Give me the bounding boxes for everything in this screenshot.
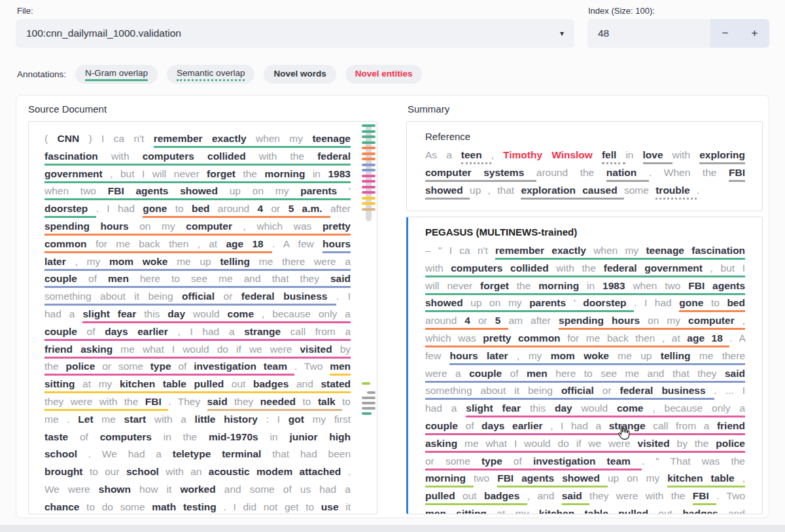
- token: I: [190, 326, 192, 337]
- annotated-span[interactable]: teen: [461, 149, 491, 164]
- token: for: [567, 332, 579, 344]
- annotated-span[interactable]: morning: [425, 472, 474, 488]
- token: being: [528, 385, 553, 396]
- annotated-span[interactable]: some: [624, 185, 655, 198]
- annotated-span[interactable]: . When the: [649, 167, 729, 180]
- token: type: [150, 361, 171, 372]
- annotated-span[interactable]: nation: [606, 167, 649, 182]
- token: of: [88, 273, 97, 284]
- annotated-span[interactable]: . Two: [294, 361, 330, 374]
- annotated-span[interactable]: men sitting at my kitchen table pulled o…: [425, 508, 745, 514]
- token: start: [124, 414, 147, 425]
- chip-novel-entities-label: Novel entities: [355, 69, 413, 80]
- annotated-span[interactable]: FBI: [693, 490, 716, 505]
- annotated-span[interactable]: love: [643, 149, 672, 164]
- token: showed: [562, 472, 600, 484]
- annotated-span[interactable]: gone to bed around 4 or 5 a.m.: [143, 203, 330, 218]
- token: A: [283, 238, 289, 249]
- annotated-span[interactable]: with: [672, 149, 700, 162]
- chip-novel-words[interactable]: Novel words: [264, 65, 336, 84]
- token: had: [128, 448, 145, 459]
- token: parents: [529, 297, 566, 308]
- chip-ngram-overlap[interactable]: N-Gram overlap: [75, 65, 158, 84]
- token: on: [489, 297, 500, 308]
- chip-novel-entities[interactable]: Novel entities: [345, 65, 423, 84]
- token: that: [272, 448, 289, 459]
- token: I: [742, 385, 745, 396]
- token: an: [190, 466, 201, 477]
- token: pulled: [194, 378, 224, 389]
- annotated-span[interactable]: . They: [168, 396, 207, 409]
- token: on: [253, 185, 264, 196]
- annotated-span[interactable]: . I had: [96, 203, 143, 216]
- annotated-span[interactable]: hours later , my mom woke me up telling …: [425, 350, 745, 400]
- token: the: [517, 280, 531, 291]
- token: kitchen: [120, 378, 155, 389]
- token: days: [105, 326, 128, 337]
- annotated-span[interactable]: around the: [536, 167, 606, 180]
- annotated-span[interactable]: . I had: [634, 297, 679, 310]
- reference-summary-card[interactable]: Reference As a teen , Timothy Winslow fe…: [406, 121, 763, 211]
- annotated-span[interactable]: – " I ca n't: [425, 245, 495, 258]
- token: some: [250, 484, 275, 495]
- token: morning: [264, 168, 305, 179]
- token: collided: [207, 151, 246, 162]
- annotated-span[interactable]: up , that: [470, 185, 521, 198]
- token: to: [305, 501, 314, 512]
- annotated-span[interactable]: to me . Let me start with a little histo…: [44, 396, 351, 514]
- token: come: [617, 402, 644, 414]
- annotated-span[interactable]: said: [562, 490, 589, 505]
- annotated-span[interactable]: two: [474, 472, 497, 486]
- token: to: [584, 368, 593, 379]
- annotated-span[interactable]: exploration: [521, 185, 582, 200]
- annotated-span[interactable]: ( CNN ) I ca n't: [44, 133, 154, 146]
- token: up: [470, 297, 481, 308]
- token: some: [120, 501, 145, 512]
- token: bed: [192, 203, 210, 214]
- token: hours: [101, 221, 129, 232]
- annotated-span[interactable]: . " That was the: [642, 455, 745, 469]
- chip-semantic-overlap[interactable]: Semantic overlap: [167, 65, 254, 84]
- annotated-span[interactable]: fell: [602, 149, 625, 164]
- token: a: [181, 414, 186, 425]
- token: the: [124, 396, 139, 407]
- token: day: [555, 402, 572, 414]
- scrollbar-thumb[interactable]: [366, 124, 372, 221]
- token: use: [321, 501, 339, 512]
- index-increment-button[interactable]: +: [740, 19, 769, 48]
- annotated-span[interactable]: . Two: [716, 490, 745, 503]
- index-input[interactable]: 48: [587, 19, 710, 48]
- annotated-span[interactable]: .: [697, 185, 699, 198]
- token: couple: [469, 368, 502, 379]
- token: exploring: [699, 149, 745, 160]
- token: later: [487, 350, 508, 361]
- annotated-span[interactable]: As a: [425, 149, 461, 162]
- annotated-span[interactable]: am after: [508, 315, 559, 328]
- annotated-span[interactable]: . A few: [272, 238, 323, 251]
- annotated-span[interactable]: FBI agents showed: [497, 472, 608, 488]
- annotated-span[interactable]: caused: [582, 185, 624, 200]
- annotated-span[interactable]: after: [330, 203, 351, 216]
- annotated-span[interactable]: trouble: [655, 185, 697, 200]
- annotated-span[interactable]: exploring: [699, 149, 745, 164]
- annotated-span[interactable]: Timothy Winslow: [503, 149, 602, 162]
- annotated-span[interactable]: up on my: [608, 472, 667, 486]
- token: my: [275, 185, 289, 196]
- token: asking: [425, 438, 457, 449]
- index-decrement-button[interactable]: −: [710, 19, 740, 48]
- token: in: [587, 280, 595, 291]
- token: out: [658, 508, 672, 514]
- annotated-span[interactable]: in: [625, 149, 642, 162]
- annotated-span[interactable]: said they needed to talk: [207, 396, 342, 411]
- model-summary-card[interactable]: PEGASUS (MULTINEWS-trained) – " I ca n't…: [406, 217, 763, 514]
- annotated-span[interactable]: they were with the: [589, 490, 693, 503]
- scroll-mark: [362, 412, 372, 415]
- token: slight: [82, 308, 109, 319]
- token: of: [510, 368, 519, 379]
- source-document-panel[interactable]: ( CNN ) I ca n't remember exactly when m…: [28, 121, 377, 514]
- annotated-span[interactable]: , and: [527, 490, 562, 503]
- annotated-span[interactable]: ,: [491, 149, 503, 162]
- token: badges: [682, 508, 718, 514]
- annotated-span[interactable]: computer systems: [425, 167, 536, 182]
- file-select[interactable]: 100:cnn_dailymail_1000.validation ▾: [16, 19, 574, 48]
